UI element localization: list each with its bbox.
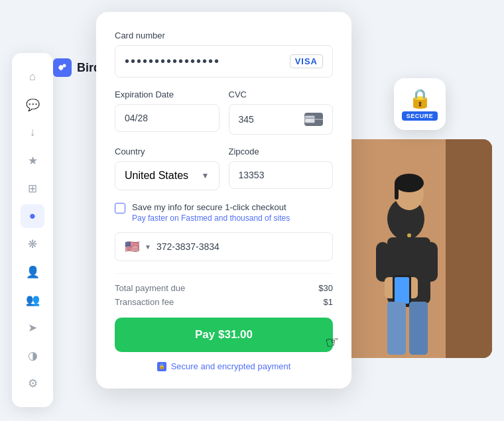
svg-point-18: [407, 233, 411, 237]
sidebar-item-grid[interactable]: ⊞: [21, 176, 44, 200]
cvc-value: 345: [239, 114, 254, 125]
country-select[interactable]: United States ▼: [115, 161, 220, 190]
sidebar-item-active[interactable]: ●: [21, 204, 44, 228]
sidebar-item-contacts[interactable]: 👤: [21, 260, 44, 284]
person-background: [340, 139, 492, 358]
svg-rect-3: [311, 120, 314, 121]
cursor-icon: ☞: [324, 331, 342, 352]
expiry-label: Expiration Date: [115, 90, 220, 99]
card-number-field[interactable]: •••••••••••••••• VISA: [115, 45, 333, 78]
total-payment-amount: $30: [318, 283, 333, 293]
save-info-text: Save my info for secure 1-click checkout…: [132, 202, 290, 223]
birdeye-logo-icon: [53, 58, 72, 77]
country-label: Country: [115, 147, 220, 156]
country-group: Country United States ▼: [115, 147, 220, 190]
us-flag-icon: 🇺🇸: [125, 239, 139, 254]
card-number-label: Card number: [115, 30, 333, 40]
secure-payment-text: Secure and encrypted payment: [171, 361, 291, 371]
svg-rect-1: [305, 116, 315, 123]
sidebar-item-chat[interactable]: 💬: [21, 93, 44, 117]
cvc-card-icon: [304, 113, 323, 126]
expiry-cvc-row: Expiration Date CVC 345: [115, 90, 333, 135]
cvc-group: CVC 345: [229, 90, 334, 135]
sidebar-item-analytics[interactable]: ◑: [21, 343, 44, 367]
secure-badge: 🔒 SECURE: [394, 78, 446, 130]
phone-row[interactable]: 🇺🇸 ▼ 372-3837-3834: [115, 232, 333, 261]
cvc-field[interactable]: 345: [229, 104, 334, 135]
sidebar-item-star[interactable]: ★: [21, 149, 44, 172]
sidebar-item-send[interactable]: ➤: [21, 316, 44, 339]
sidebar-item-download[interactable]: ↓: [21, 121, 44, 145]
sidebar-item-settings[interactable]: ⚙: [21, 371, 44, 395]
svg-rect-2: [305, 117, 315, 119]
svg-rect-11: [376, 242, 389, 282]
secure-lock-icon: 🔒: [157, 362, 166, 371]
zipcode-label: Zipcode: [229, 147, 334, 156]
save-info-row: Save my info for secure 1-click checkout…: [115, 202, 333, 223]
totals-section: Total payment due $30 Transaction fee $1: [115, 273, 333, 307]
svg-point-8: [395, 174, 424, 192]
zipcode-group: Zipcode: [229, 147, 334, 190]
expiry-input[interactable]: [115, 104, 220, 132]
visa-badge: VISA: [290, 54, 323, 68]
secure-badge-lock-icon: 🔒: [409, 88, 432, 109]
svg-point-0: [63, 64, 66, 68]
person-image: [340, 139, 492, 358]
svg-rect-5: [446, 139, 492, 358]
cvc-label: CVC: [229, 90, 334, 99]
svg-rect-17: [409, 302, 428, 355]
zipcode-input[interactable]: [229, 161, 334, 189]
svg-rect-16: [387, 302, 406, 355]
secure-payment-row: 🔒 Secure and encrypted payment: [115, 361, 333, 371]
country-value: United States: [125, 170, 188, 182]
chevron-down-icon: ▼: [202, 171, 210, 180]
transaction-fee-label: Transaction fee: [115, 297, 174, 307]
save-info-checkbox[interactable]: [115, 203, 125, 213]
card-number-section: Card number •••••••••••••••• VISA: [115, 30, 333, 78]
pay-button[interactable]: Pay $31.00: [115, 318, 333, 352]
svg-rect-9: [395, 183, 399, 200]
transaction-fee-row: Transaction fee $1: [115, 297, 333, 307]
phone-number: 372-3837-3834: [157, 241, 220, 252]
sidebar-item-apps[interactable]: ❋: [21, 232, 44, 256]
transaction-fee-amount: $1: [324, 297, 333, 307]
sidebar-panel: ⌂ 💬 ↓ ★ ⊞ ● ❋ 👤 👥 ➤ ◑ ⚙: [12, 53, 53, 407]
save-info-sub: Pay faster on Fastmed and thousand of si…: [132, 213, 290, 223]
total-payment-label: Total payment due: [115, 283, 185, 293]
secure-badge-label: SECURE: [402, 111, 438, 121]
svg-rect-12: [424, 242, 438, 282]
total-payment-row: Total payment due $30: [115, 283, 333, 293]
sidebar-item-team[interactable]: 👥: [21, 288, 44, 312]
phone-chevron-icon: ▼: [145, 243, 151, 251]
payment-card: Card number •••••••••••••••• VISA Expira…: [96, 12, 351, 389]
card-number-dots: ••••••••••••••••: [125, 54, 220, 69]
save-info-main: Save my info for secure 1-click checkout: [132, 202, 290, 212]
expiry-group: Expiration Date: [115, 90, 220, 135]
country-zip-row: Country United States ▼ Zipcode: [115, 147, 333, 190]
svg-rect-15: [395, 277, 409, 304]
sidebar-item-home[interactable]: ⌂: [21, 65, 44, 89]
